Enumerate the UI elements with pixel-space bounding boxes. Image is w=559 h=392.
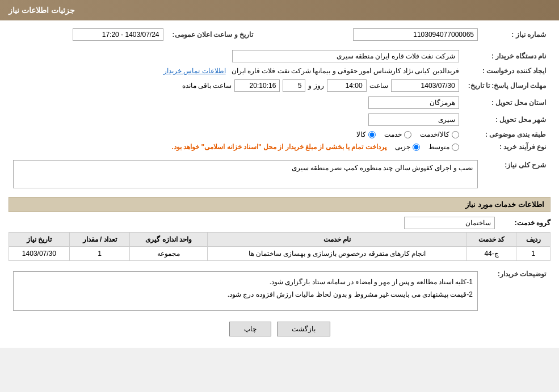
page-header: جزئیات اطلاعات نیاز (0, 0, 559, 20)
main-content: شماره نیاز : تاریخ و ساعت اعلان عمومی: ن… (0, 20, 559, 348)
shahr-label: شهر محل تحویل : (464, 111, 550, 128)
sharh-table: شرح کلی نیاز: <span data-bind="fields.sh… (9, 158, 550, 192)
baghimande-label: ساعت باقی مانده (182, 82, 232, 90)
farayand-desc: پرداخت تمام یا بخشی از مبلغ خریدار از مح… (172, 143, 386, 151)
table-row: 1ج-44انجام کارهای متفرقه درخصوص بازسازی … (9, 247, 550, 261)
table-cell-0-4: 1 (69, 247, 130, 261)
shomare-niaz-input[interactable] (353, 28, 478, 41)
col-header-3: واحد اندازه گیری (130, 233, 208, 247)
grooh-row: گروه خدمت: (9, 217, 550, 229)
rooz-input[interactable] (283, 79, 305, 92)
grooh-label: گروه خدمت: (499, 219, 550, 227)
tavazihat-line1: 1-کلیه اسناد مطالعه و پس از مهر و امضاء … (18, 276, 473, 289)
tavazihat-table: توضیحات خریدار: 1-کلیه اسناد مطالعه و پس… (9, 267, 550, 313)
radio-mottavaset-item[interactable]: متوسط (428, 143, 459, 151)
radio-kala-khedmat[interactable] (452, 131, 459, 138)
mohlat-value: ساعت روز و ساعت باقی مانده (9, 77, 464, 94)
col-header-4: تعداد / مقدار (69, 233, 130, 247)
shahr-input[interactable] (368, 113, 459, 126)
radio-mottavaset-label: متوسط (428, 143, 449, 151)
tarikh-value (9, 26, 168, 43)
noe-farayand-label: نوع فرآیند خرید : (464, 141, 550, 153)
nam-dastgah-label: نام دستگاه خریدار : (464, 48, 550, 65)
ejaad-value: فریدالدین کیانی نژاد کارشناس امور حقوقی … (9, 65, 464, 77)
radio-khedmat[interactable] (404, 131, 411, 138)
mohlat-date-input[interactable] (391, 79, 459, 92)
col-header-0: ردیف (516, 233, 550, 247)
saat-input[interactable] (327, 79, 367, 92)
ostan-input[interactable] (368, 96, 459, 109)
radio-kala-label: کالا (356, 130, 366, 138)
saat-label: ساعت (369, 82, 388, 90)
khedamat-section-title: اطلاعات خدمات مورد نیاز (9, 197, 550, 212)
radio-jozei-label: جزیی (395, 143, 410, 151)
grooh-input[interactable] (404, 217, 495, 229)
radio-khedmat-item[interactable]: خدمت (384, 130, 411, 138)
table-cell-0-2: انجام کارهای متفرقه درخصوص بازسازی و بهس… (208, 247, 467, 261)
nam-dastgah-value (9, 48, 464, 65)
radio-kala[interactable] (368, 131, 376, 138)
ostan-value (9, 94, 464, 111)
info-table-2: نام دستگاه خریدار : ایجاد کننده درخواست … (9, 48, 550, 153)
tavazihat-box: 1-کلیه اسناد مطالعه و پس از مهر و امضاء … (13, 271, 478, 311)
shahr-value (9, 111, 464, 128)
mohlat-label: مهلت ارسال پاسخ: تا تاریخ: (464, 77, 550, 94)
etelaat-link[interactable]: اطلاعات تماس خریدار (163, 67, 226, 75)
shomare-niaz-value (269, 26, 482, 43)
table-cell-0-3: مجموعه (130, 247, 208, 261)
sharh-label: شرح کلی نیاز: (482, 158, 550, 192)
radio-kala-item[interactable]: کالا (356, 130, 376, 138)
col-header-5: تاریخ نیاز (9, 233, 70, 247)
page-wrapper: جزئیات اطلاعات نیاز شماره نیاز : تاریخ و… (0, 0, 559, 348)
noe-farayand-value: متوسط جزیی پرداخت تمام یا بخشی از مبلغ خ… (9, 141, 464, 153)
page-title: جزئیات اطلاعات نیاز (9, 6, 75, 15)
ejaad-label: ایجاد کننده درخواست : (464, 65, 550, 77)
ostan-label: استان محل تحویل : (464, 94, 550, 111)
radio-kala-khedmat-item[interactable]: کالا/خدمت (420, 130, 459, 138)
tavazihat-label: توضیحات خریدار: (482, 267, 550, 313)
tarikh-input[interactable] (73, 28, 163, 41)
baghimande-input[interactable] (234, 79, 280, 92)
tarikh-label: تاریخ و ساعت اعلان عمومی: (168, 26, 258, 43)
back-button[interactable]: بازگشت (277, 322, 330, 336)
table-cell-0-0: 1 (516, 247, 550, 261)
radio-kala-khedmat-label: کالا/خدمت (420, 130, 449, 138)
radio-khedmat-label: خدمت (384, 130, 402, 138)
nam-dastgah-input[interactable] (232, 50, 459, 62)
radio-mottavaset[interactable] (452, 144, 459, 151)
tabaghe-label: طبقه بندی موضوعی : (464, 128, 550, 141)
print-button[interactable]: چاپ (229, 322, 271, 336)
sharh-textarea[interactable]: <span data-bind="fields.sharh_value"></s… (13, 160, 478, 188)
ejaad-text: فریدالدین کیانی نژاد کارشناس امور حقوقی … (232, 67, 459, 75)
tavazihat-value: 1-کلیه اسناد مطالعه و پس از مهر و امضاء … (9, 267, 482, 313)
shomare-niaz-label: شماره نیاز : (482, 26, 550, 43)
tabaghe-value: کالا/خدمت خدمت کالا (9, 128, 464, 141)
tavazihat-line2: 2-قیمت پیشنهادی می بایست غیر مشروط و بدو… (18, 289, 473, 301)
table-cell-0-5: 1403/07/30 (9, 247, 70, 261)
top-info-table: شماره نیاز : تاریخ و ساعت اعلان عمومی: (9, 26, 550, 43)
col-header-1: کد خدمت (466, 233, 516, 247)
radio-jozei[interactable] (413, 144, 420, 151)
table-cell-0-1: ج-44 (466, 247, 516, 261)
buttons-row: بازگشت چاپ (9, 322, 550, 336)
services-table: ردیفکد خدمتنام خدمتواحد اندازه گیریتعداد… (9, 232, 550, 261)
rooz-label: روز و (308, 82, 323, 90)
col-header-2: نام خدمت (208, 233, 467, 247)
sharh-value: <span data-bind="fields.sharh_value"></s… (9, 158, 482, 192)
radio-jozei-item[interactable]: جزیی (395, 143, 420, 151)
